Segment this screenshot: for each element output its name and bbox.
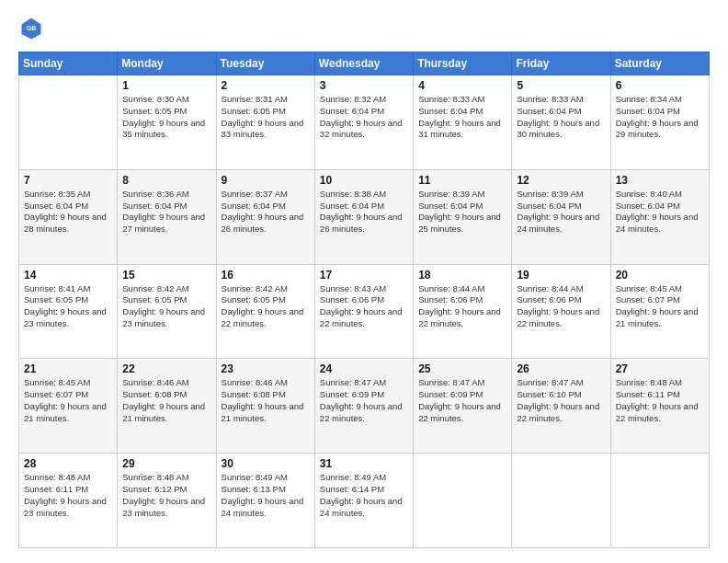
calendar-cell: 14Sunrise: 8:41 AMSunset: 6:05 PMDayligh… <box>19 264 118 359</box>
calendar-cell: 15Sunrise: 8:42 AMSunset: 6:05 PMDayligh… <box>118 264 216 359</box>
day-info: Sunrise: 8:42 AMSunset: 6:05 PMDaylight:… <box>222 283 310 330</box>
day-number: 16 <box>222 269 310 282</box>
calendar-cell: 28Sunrise: 8:48 AMSunset: 6:11 PMDayligh… <box>19 454 118 548</box>
calendar-cell: 11Sunrise: 8:39 AMSunset: 6:04 PMDayligh… <box>414 169 512 264</box>
day-info: Sunrise: 8:37 AMSunset: 6:04 PMDaylight:… <box>222 189 310 236</box>
day-number: 5 <box>517 79 605 92</box>
calendar-cell: 16Sunrise: 8:42 AMSunset: 6:05 PMDayligh… <box>216 264 314 359</box>
day-number: 30 <box>222 457 310 470</box>
page: GB SundayMondayTuesdayWednesdayThursdayF… <box>0 0 728 563</box>
day-info: Sunrise: 8:39 AMSunset: 6:04 PMDaylight:… <box>517 189 605 236</box>
day-number: 4 <box>418 79 506 92</box>
day-info: Sunrise: 8:47 AMSunset: 6:09 PMDaylight:… <box>418 377 506 424</box>
day-info: Sunrise: 8:49 AMSunset: 6:13 PMDaylight:… <box>222 472 310 519</box>
calendar-cell: 25Sunrise: 8:47 AMSunset: 6:09 PMDayligh… <box>414 359 512 454</box>
calendar-cell: 21Sunrise: 8:45 AMSunset: 6:07 PMDayligh… <box>19 359 118 454</box>
weekday-header-friday: Friday <box>512 52 610 75</box>
calendar-cell: 19Sunrise: 8:44 AMSunset: 6:06 PMDayligh… <box>512 264 610 359</box>
calendar-week-4: 28Sunrise: 8:48 AMSunset: 6:11 PMDayligh… <box>19 454 710 548</box>
logo: GB <box>18 15 48 40</box>
calendar-cell <box>414 454 512 548</box>
calendar-cell: 10Sunrise: 8:38 AMSunset: 6:04 PMDayligh… <box>314 169 413 264</box>
calendar-cell: 8Sunrise: 8:36 AMSunset: 6:04 PMDaylight… <box>118 169 216 264</box>
calendar-cell: 1Sunrise: 8:30 AMSunset: 6:05 PMDaylight… <box>118 75 216 170</box>
calendar-cell: 7Sunrise: 8:35 AMSunset: 6:04 PMDaylight… <box>19 169 118 264</box>
calendar-cell: 31Sunrise: 8:49 AMSunset: 6:14 PMDayligh… <box>314 454 413 548</box>
weekday-header-tuesday: Tuesday <box>216 52 314 75</box>
calendar-cell <box>610 454 709 548</box>
day-number: 12 <box>517 174 605 187</box>
day-number: 29 <box>122 457 210 470</box>
calendar-cell: 6Sunrise: 8:34 AMSunset: 6:04 PMDaylight… <box>610 75 709 170</box>
calendar-cell <box>19 75 118 170</box>
day-info: Sunrise: 8:42 AMSunset: 6:05 PMDaylight:… <box>122 283 210 330</box>
day-info: Sunrise: 8:31 AMSunset: 6:05 PMDaylight:… <box>222 94 310 141</box>
day-number: 9 <box>222 174 310 187</box>
calendar-cell: 18Sunrise: 8:44 AMSunset: 6:06 PMDayligh… <box>414 264 512 359</box>
day-info: Sunrise: 8:35 AMSunset: 6:04 PMDaylight:… <box>24 189 112 236</box>
day-info: Sunrise: 8:38 AMSunset: 6:04 PMDaylight:… <box>320 189 408 236</box>
day-info: Sunrise: 8:32 AMSunset: 6:04 PMDaylight:… <box>320 94 408 141</box>
day-info: Sunrise: 8:44 AMSunset: 6:06 PMDaylight:… <box>517 283 605 330</box>
day-info: Sunrise: 8:33 AMSunset: 6:04 PMDaylight:… <box>418 94 506 141</box>
weekday-header-monday: Monday <box>118 52 216 75</box>
day-number: 20 <box>616 269 704 282</box>
day-number: 6 <box>616 79 704 92</box>
weekday-header-row: SundayMondayTuesdayWednesdayThursdayFrid… <box>19 52 710 75</box>
day-info: Sunrise: 8:34 AMSunset: 6:04 PMDaylight:… <box>616 94 704 141</box>
day-number: 10 <box>320 174 408 187</box>
day-info: Sunrise: 8:30 AMSunset: 6:05 PMDaylight:… <box>122 94 210 141</box>
weekday-header-thursday: Thursday <box>414 52 512 75</box>
day-number: 27 <box>616 362 704 375</box>
calendar-cell: 12Sunrise: 8:39 AMSunset: 6:04 PMDayligh… <box>512 169 610 264</box>
day-info: Sunrise: 8:41 AMSunset: 6:05 PMDaylight:… <box>24 283 112 330</box>
header: GB <box>18 15 710 40</box>
day-info: Sunrise: 8:46 AMSunset: 6:08 PMDaylight:… <box>222 377 310 424</box>
calendar-cell <box>512 454 610 548</box>
day-number: 31 <box>320 457 408 470</box>
calendar-cell: 5Sunrise: 8:33 AMSunset: 6:04 PMDaylight… <box>512 75 610 170</box>
calendar-cell: 27Sunrise: 8:48 AMSunset: 6:11 PMDayligh… <box>610 359 709 454</box>
weekday-header-sunday: Sunday <box>19 52 118 75</box>
calendar-cell: 17Sunrise: 8:43 AMSunset: 6:06 PMDayligh… <box>314 264 413 359</box>
calendar-week-2: 14Sunrise: 8:41 AMSunset: 6:05 PMDayligh… <box>19 264 710 359</box>
day-info: Sunrise: 8:47 AMSunset: 6:09 PMDaylight:… <box>320 377 408 424</box>
day-number: 13 <box>616 174 704 187</box>
day-info: Sunrise: 8:48 AMSunset: 6:11 PMDaylight:… <box>616 377 704 424</box>
day-number: 11 <box>418 174 506 187</box>
day-info: Sunrise: 8:48 AMSunset: 6:12 PMDaylight:… <box>122 472 210 519</box>
day-number: 8 <box>122 174 210 187</box>
day-info: Sunrise: 8:44 AMSunset: 6:06 PMDaylight:… <box>418 283 506 330</box>
day-number: 17 <box>320 269 408 282</box>
calendar-cell: 2Sunrise: 8:31 AMSunset: 6:05 PMDaylight… <box>216 75 314 170</box>
day-info: Sunrise: 8:45 AMSunset: 6:07 PMDaylight:… <box>24 377 112 424</box>
day-number: 1 <box>122 79 210 92</box>
svg-text:GB: GB <box>27 25 37 31</box>
calendar-week-3: 21Sunrise: 8:45 AMSunset: 6:07 PMDayligh… <box>19 359 710 454</box>
calendar-week-0: 1Sunrise: 8:30 AMSunset: 6:05 PMDaylight… <box>19 75 710 170</box>
day-info: Sunrise: 8:48 AMSunset: 6:11 PMDaylight:… <box>24 472 112 519</box>
calendar-cell: 3Sunrise: 8:32 AMSunset: 6:04 PMDaylight… <box>314 75 413 170</box>
calendar-table: SundayMondayTuesdayWednesdayThursdayFrid… <box>18 52 710 548</box>
calendar-cell: 4Sunrise: 8:33 AMSunset: 6:04 PMDaylight… <box>414 75 512 170</box>
weekday-header-saturday: Saturday <box>610 52 709 75</box>
day-info: Sunrise: 8:43 AMSunset: 6:06 PMDaylight:… <box>320 283 408 330</box>
day-number: 25 <box>418 362 506 375</box>
day-number: 15 <box>122 269 210 282</box>
day-info: Sunrise: 8:45 AMSunset: 6:07 PMDaylight:… <box>616 283 704 330</box>
calendar-cell: 29Sunrise: 8:48 AMSunset: 6:12 PMDayligh… <box>118 454 216 548</box>
day-info: Sunrise: 8:40 AMSunset: 6:04 PMDaylight:… <box>616 189 704 236</box>
calendar-cell: 20Sunrise: 8:45 AMSunset: 6:07 PMDayligh… <box>610 264 709 359</box>
day-number: 7 <box>24 174 112 187</box>
calendar-cell: 9Sunrise: 8:37 AMSunset: 6:04 PMDaylight… <box>216 169 314 264</box>
day-number: 26 <box>517 362 605 375</box>
day-number: 18 <box>418 269 506 282</box>
day-info: Sunrise: 8:36 AMSunset: 6:04 PMDaylight:… <box>122 189 210 236</box>
day-info: Sunrise: 8:39 AMSunset: 6:04 PMDaylight:… <box>418 189 506 236</box>
day-number: 19 <box>517 269 605 282</box>
day-info: Sunrise: 8:47 AMSunset: 6:10 PMDaylight:… <box>517 377 605 424</box>
day-info: Sunrise: 8:49 AMSunset: 6:14 PMDaylight:… <box>320 472 408 519</box>
calendar-cell: 13Sunrise: 8:40 AMSunset: 6:04 PMDayligh… <box>610 169 709 264</box>
day-number: 3 <box>320 79 408 92</box>
calendar-cell: 26Sunrise: 8:47 AMSunset: 6:10 PMDayligh… <box>512 359 610 454</box>
